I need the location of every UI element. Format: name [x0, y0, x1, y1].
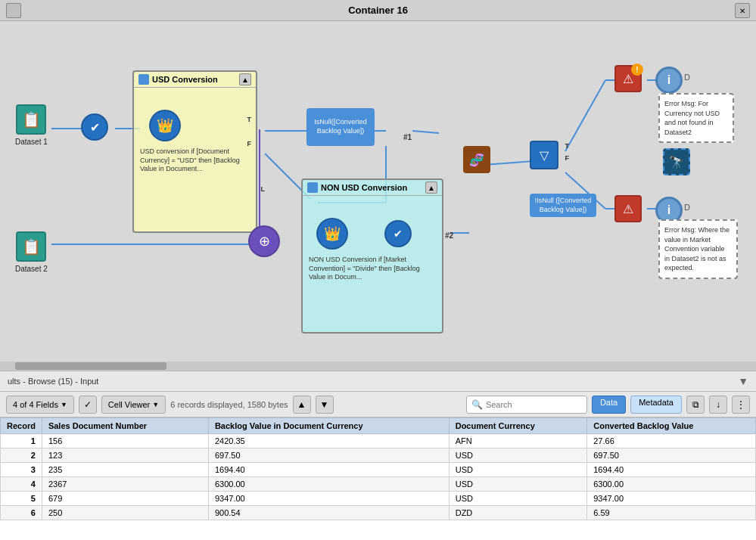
- table-row: 32351694.40USD1694.40: [1, 463, 756, 477]
- cell-record: 2: [1, 448, 42, 463]
- non-usd-check-node[interactable]: ✔: [384, 220, 412, 247]
- cell-2: 6300.00: [208, 477, 449, 492]
- search-icon: 🔍: [471, 399, 483, 410]
- cell-record: 4: [1, 477, 42, 492]
- dna-node[interactable]: 🧬: [463, 146, 490, 173]
- cell-3: DZD: [449, 506, 587, 520]
- cell-record: 3: [1, 463, 42, 477]
- label-1: #1: [403, 133, 412, 141]
- non-usd-header: NON USD Conversion ▲: [303, 180, 442, 196]
- t-label-filter: T: [565, 142, 570, 150]
- data-tab-button[interactable]: Data: [592, 396, 626, 414]
- col-backlog-value: Backlog Value in Document Currency: [208, 418, 449, 434]
- window-title: Container 16: [348, 5, 408, 16]
- label-2: #2: [445, 231, 453, 240]
- binoculars-node[interactable]: 🔭: [663, 148, 690, 175]
- record-info: 6 records displayed, 1580 bytes: [170, 400, 288, 409]
- copy-button[interactable]: ⧉: [686, 396, 705, 414]
- canvas-scrollbar[interactable]: [0, 362, 756, 371]
- validate-node[interactable]: ✔: [81, 113, 108, 141]
- non-usd-container[interactable]: NON USD Conversion ▲ 👑 ✔ NON USD Convers…: [301, 178, 443, 334]
- svg-line-9: [565, 80, 605, 151]
- cell-1: 156: [42, 434, 208, 448]
- usd-conversion-container[interactable]: USD Conversion ▲ 👑 USD conversion if [Do…: [132, 70, 257, 233]
- data-table-container: Record Sales Document Number Backlog Val…: [0, 417, 756, 540]
- col-converted-value: Converted Backlog Value: [587, 418, 756, 434]
- svg-line-8: [484, 161, 534, 165]
- t-label-usd: T: [247, 116, 252, 123]
- down-arrow-button[interactable]: ▼: [316, 396, 334, 414]
- fields-button[interactable]: 4 of 4 Fields ▼: [6, 396, 74, 414]
- cell-4: 27.66: [587, 434, 756, 448]
- table-row: 56799347.00USD9347.00: [1, 492, 756, 506]
- up-arrow-button[interactable]: ▲: [293, 396, 311, 414]
- close-button[interactable]: ✕: [735, 3, 750, 18]
- non-usd-formula-text: NON USD Conversion if [Market Convention…: [309, 256, 437, 282]
- col-sales-doc: Sales Document Number: [42, 418, 208, 434]
- col-document-currency: Document Currency: [449, 418, 587, 434]
- error-box-bottom: Error Msg: Where the value in Market Con…: [658, 219, 738, 279]
- cell-2: 900.54: [208, 506, 449, 520]
- download-button[interactable]: ↓: [709, 396, 727, 414]
- table-row: 2123697.50USD697.50: [1, 448, 756, 463]
- data-toolbar: 4 of 4 Fields ▼ ✓ Cell Viewer ▼ 6 record…: [0, 392, 756, 417]
- info-circle-top[interactable]: i: [655, 67, 683, 94]
- cell-1: 123: [42, 448, 208, 463]
- workflow-canvas: 📋 Dataset 1 ✔ USD Conversion ▲ 👑 USD con…: [0, 21, 756, 371]
- table-row: 11562420.35AFN27.66: [1, 434, 756, 448]
- cell-4: 6.59: [587, 506, 756, 520]
- data-table: Record Sales Document Number Backlog Val…: [0, 417, 756, 520]
- check-button[interactable]: ✓: [79, 396, 97, 414]
- cell-3: USD: [449, 463, 587, 477]
- cell-2: 697.50: [208, 448, 449, 463]
- f-label-usd: F: [247, 140, 252, 147]
- search-input[interactable]: [486, 400, 582, 409]
- bottom-section: 4 of 4 Fields ▼ ✓ Cell Viewer ▼ 6 record…: [0, 392, 756, 540]
- orange-node-bottom[interactable]: ⚠: [614, 195, 642, 222]
- dataset2-node[interactable]: 📋 Dataset 2: [15, 231, 48, 273]
- canvas-scrollbar-thumb[interactable]: [15, 362, 166, 370]
- metadata-tab-button[interactable]: Metadata: [630, 396, 682, 414]
- window-menu-button[interactable]: [6, 3, 21, 18]
- isnull2-node[interactable]: !IsNull ([Converted Backlog Value]): [530, 194, 596, 217]
- usd-formula-node[interactable]: 👑: [149, 110, 181, 141]
- cell-1: 250: [42, 506, 208, 520]
- f-label-filter: F: [565, 154, 570, 162]
- cell-2: 9347.00: [208, 492, 449, 506]
- cell-3: AFN: [449, 434, 587, 448]
- cell-1: 679: [42, 492, 208, 506]
- non-usd-formula-node[interactable]: 👑: [316, 218, 348, 250]
- filter-node-top[interactable]: ▽ T F: [530, 141, 558, 169]
- cell-2: 1694.40: [208, 463, 449, 477]
- cell-record: 1: [1, 434, 42, 448]
- more-button[interactable]: ⋮: [732, 396, 750, 414]
- usd-expand-button[interactable]: ▲: [239, 73, 251, 85]
- orange-node-top[interactable]: ⚠ !: [614, 65, 642, 92]
- cell-4: 9347.00: [587, 492, 756, 506]
- non-usd-title: NON USD Conversion: [321, 183, 407, 192]
- viewer-button[interactable]: Cell Viewer ▼: [101, 396, 166, 414]
- search-box[interactable]: 🔍: [466, 396, 587, 414]
- error-box-top: Error Msg: For Currency not USD and not …: [658, 93, 734, 143]
- usd-formula-text: USD conversion if [Document Currency] = …: [140, 147, 250, 174]
- cell-3: USD: [449, 492, 587, 506]
- usd-conversion-title: USD Conversion: [152, 75, 218, 84]
- table-row: 423676300.00USD6300.00: [1, 477, 756, 492]
- dataset1-node[interactable]: 📋 Dataset 1: [15, 104, 48, 146]
- isnull-node[interactable]: IsNull([Converted Backlog Value]): [306, 108, 375, 146]
- col-record: Record: [1, 418, 42, 434]
- table-row: 6250900.54DZD6.59: [1, 506, 756, 520]
- results-expand-button[interactable]: ▼: [738, 375, 748, 387]
- cell-record: 6: [1, 506, 42, 520]
- results-bar: ults - Browse (15) - Input ▼: [0, 371, 756, 392]
- join-node[interactable]: ⊕: [248, 225, 280, 257]
- d-label-top: D: [684, 73, 690, 82]
- cell-2: 2420.35: [208, 434, 449, 448]
- table-header-row: Record Sales Document Number Backlog Val…: [1, 418, 756, 434]
- l-label: L: [261, 185, 266, 193]
- title-bar: Container 16 ✕: [0, 0, 756, 21]
- cell-4: 697.50: [587, 448, 756, 463]
- table-body: 11562420.35AFN27.662123697.50USD697.5032…: [1, 434, 756, 520]
- non-usd-expand-button[interactable]: ▲: [425, 182, 437, 194]
- cell-3: USD: [449, 477, 587, 492]
